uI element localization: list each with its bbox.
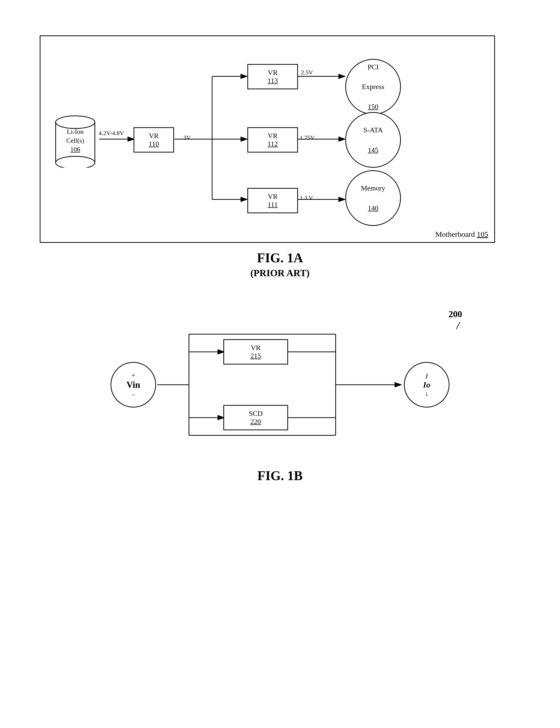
voltage-25v: 2.5V <box>301 69 313 76</box>
svg-point-12 <box>56 116 95 129</box>
vr112-box: VR 112 <box>247 127 298 153</box>
sata-circle: S-ATA 145 <box>345 112 401 168</box>
li-ion-cell: Li-Ion Cell(s) 106 <box>53 112 97 168</box>
voltage-13v: 1.3 V <box>300 195 313 201</box>
li-ion-label: Li-Ion Cell(s) 106 <box>53 127 97 154</box>
memory-circle: Memory 140 <box>345 170 401 226</box>
fig1b-diagram: + Vin - VR 215 SCD 220 I Io ↓ <box>103 309 457 461</box>
vr111-box: VR 111 <box>247 188 298 213</box>
fig1a-container: 100 / <box>40 35 520 279</box>
vin-circle: + Vin - <box>111 362 156 408</box>
fig1b-caption: FIG. 1B <box>78 468 482 483</box>
scd220-box: SCD 220 <box>223 405 288 430</box>
page: 100 / <box>0 0 560 728</box>
vr110-box: VR 110 <box>134 127 174 153</box>
fig1b-container: 200 / <box>78 309 482 483</box>
voltage-42-48: 4.2V-4.8V <box>99 130 124 137</box>
svg-point-13 <box>56 156 95 168</box>
vr215-box: VR 215 <box>223 339 288 365</box>
vr113-box: VR 113 <box>247 64 298 89</box>
pci-express-circle: PCI Express 150 <box>345 59 401 115</box>
io-circle: I Io ↓ <box>404 362 449 408</box>
fig1a-title: FIG. 1A <box>40 250 520 265</box>
voltage-175v: 1.75V <box>300 134 315 141</box>
fig1a-caption: FIG. 1A (PRIOR ART) <box>40 250 520 279</box>
fig1a-subtitle: (PRIOR ART) <box>40 267 520 279</box>
motherboard-label: Motherboard 105 <box>435 230 488 239</box>
motherboard-box: 4.2V-4.8V 3V 2.5V 1.75V 1.3 V <box>40 35 495 243</box>
voltage-3v: 3V <box>183 134 191 141</box>
fig1b-title: FIG. 1B <box>78 468 482 483</box>
